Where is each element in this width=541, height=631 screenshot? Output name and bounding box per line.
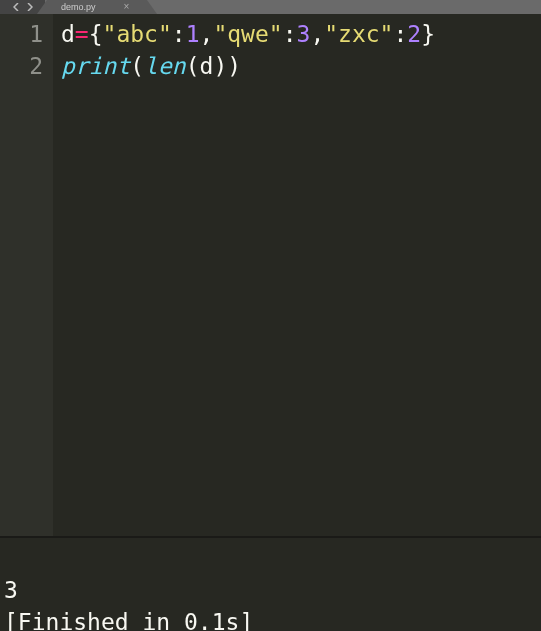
close-icon[interactable]: ×: [124, 2, 130, 12]
line-number-gutter: 1 2: [0, 14, 53, 536]
code-token: print: [61, 53, 130, 79]
code-token: (: [186, 53, 200, 79]
code-token: ): [227, 53, 241, 79]
code-token: "zxc": [324, 21, 393, 47]
code-token: :: [283, 21, 297, 47]
code-area[interactable]: d={"abc":1,"qwe":3,"zxc":2}print(len(d)): [53, 14, 541, 536]
code-token: 2: [407, 21, 421, 47]
line-number: 2: [0, 50, 43, 82]
code-line: d={"abc":1,"qwe":3,"zxc":2}: [61, 18, 541, 50]
code-token: "qwe": [213, 21, 282, 47]
code-line: print(len(d)): [61, 50, 541, 82]
tab-bar: demo.py ×: [0, 0, 541, 14]
code-token: 3: [297, 21, 311, 47]
chevrons-icon: [13, 3, 33, 11]
line-number: 1: [0, 18, 43, 50]
code-token: }: [421, 21, 435, 47]
code-token: =: [75, 21, 89, 47]
code-token: d: [61, 21, 75, 47]
code-token: ,: [200, 21, 214, 47]
code-token: {: [89, 21, 103, 47]
output-console[interactable]: 3 [Finished in 0.1s]: [0, 538, 541, 631]
console-output-line: 3: [4, 577, 18, 603]
code-token: :: [393, 21, 407, 47]
code-token: ): [213, 53, 227, 79]
code-token: len: [144, 53, 186, 79]
code-token: 1: [186, 21, 200, 47]
code-token: ,: [310, 21, 324, 47]
tab-demo-py[interactable]: demo.py ×: [47, 0, 147, 14]
tab-label: demo.py: [61, 2, 96, 12]
code-token: d: [200, 53, 214, 79]
code-token: "abc": [103, 21, 172, 47]
console-status-line: [Finished in 0.1s]: [4, 609, 253, 631]
code-token: (: [130, 53, 144, 79]
code-token: :: [172, 21, 186, 47]
code-editor[interactable]: 1 2 d={"abc":1,"qwe":3,"zxc":2}print(len…: [0, 14, 541, 536]
